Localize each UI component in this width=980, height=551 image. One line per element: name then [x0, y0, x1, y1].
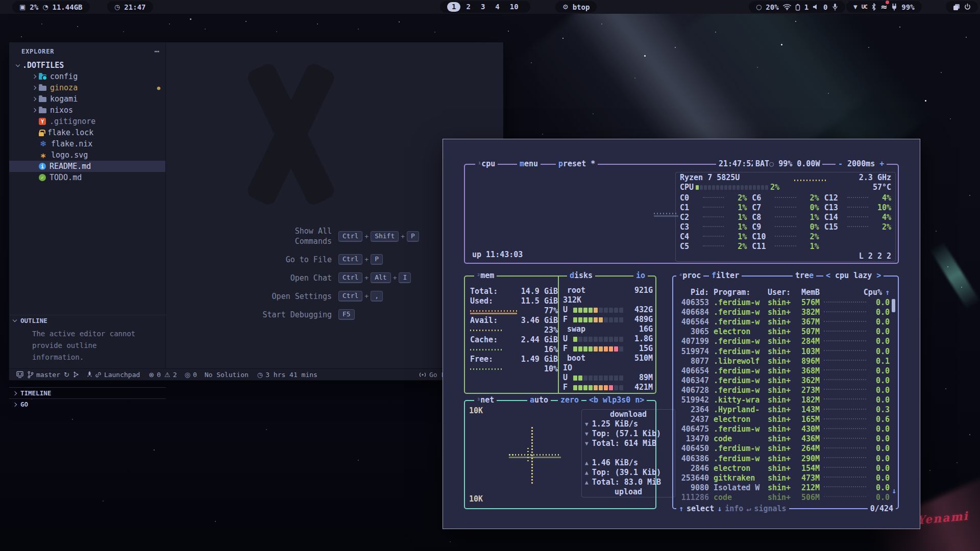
git-graph-icon[interactable]	[73, 371, 79, 378]
workspace-button[interactable]: 3	[476, 2, 489, 12]
file-row[interactable]: ginoza ●	[9, 82, 165, 93]
file-row[interactable]: README.md	[9, 161, 165, 172]
mem-box-title[interactable]: ²mem	[474, 271, 497, 281]
process-row[interactable]: 407199 .ferdium-w shin+ 284M 0.0	[677, 337, 890, 346]
process-row[interactable]: 406450 .ferdium-w shin+ 264M 0.0	[677, 444, 890, 454]
process-row[interactable]: 3065 electron shin+ 507M 0.0	[677, 327, 890, 337]
process-row[interactable]: 13470 code shin+ 436M 0.0	[677, 434, 890, 444]
process-row[interactable]: 2364 .Hyprland- shin+ 143M 0.3	[677, 405, 890, 415]
uc-tray-icon[interactable]: UC	[862, 4, 867, 10]
net-zero-button[interactable]: zero	[558, 395, 581, 405]
file-row[interactable]: config	[9, 71, 165, 82]
file-name: flake.nix	[51, 139, 92, 148]
proc-box-title[interactable]: ⁴proc	[676, 271, 703, 281]
brightness-icon[interactable]: ○	[756, 3, 762, 11]
proc-tree-button[interactable]: tree	[793, 271, 816, 281]
proc-scrollbar[interactable]	[892, 299, 895, 312]
info-key[interactable]: info	[725, 504, 743, 514]
update-interval[interactable]: - 2000ms +	[836, 159, 887, 169]
process-row[interactable]: 111286 code shin+ 506M 0.0	[677, 493, 890, 503]
section-timeline[interactable]: TIMELINE	[9, 387, 166, 398]
ports-indicator[interactable]: ◎0	[185, 371, 197, 379]
file-row[interactable]: flake.lock	[9, 127, 165, 138]
menu-button[interactable]: menu	[517, 159, 541, 169]
tree-root[interactable]: .DOTFILES	[9, 60, 165, 71]
process-row[interactable]: 9080 Isolated W shin+ 212M 0.0	[677, 483, 890, 493]
process-row[interactable]: 406564 .ferdium-w shin+ 367M 0.0	[677, 317, 890, 327]
battery-level: 99%	[901, 3, 914, 11]
key: I	[399, 272, 411, 283]
process-row[interactable]: 406347 .ferdium-w shin+ 362M 0.0	[677, 376, 890, 386]
process-row[interactable]: 406353 .ferdium-w shin+ 576M 0.0	[677, 298, 890, 308]
file-row[interactable]: flake.nix	[9, 138, 165, 149]
process-row[interactable]: 253640 gitkraken shin+ 473M 0.0	[677, 473, 890, 483]
solution-indicator[interactable]: No Solution	[205, 371, 249, 379]
workspace-button[interactable]: 10	[505, 2, 523, 12]
time-tracker[interactable]: ◷3 hrs 41 mins	[257, 371, 317, 379]
process-row[interactable]: 406475 .ferdium-w shin+ 430M 0.0	[677, 424, 890, 434]
file-icon	[39, 108, 46, 113]
microphone-icon[interactable]	[832, 3, 838, 11]
explorer-actions-icon[interactable]: ⋯	[154, 46, 159, 56]
core-row: C62%	[752, 193, 819, 203]
process-row[interactable]: 519974 .ferdium-w shin+ 103M 0.0	[677, 346, 890, 356]
section-outline[interactable]: OUTLINE	[9, 315, 166, 326]
file-row[interactable]: TODO.md	[9, 172, 165, 183]
sync-icon[interactable]: ↻	[64, 371, 69, 379]
io-title[interactable]: io	[633, 271, 648, 281]
file-row[interactable]: nixos	[9, 105, 165, 116]
modified-badge: ●	[157, 85, 160, 91]
process-row[interactable]: 8077 .librewolf shin+ 896M 0.1	[677, 357, 890, 366]
rocket-icon	[87, 371, 92, 378]
core-grid: C02% C11% C21% C31% C41% C52% C62% C70%	[680, 193, 891, 252]
process-row[interactable]: 406728 .ferdium-w shin+ 273M 0.0	[677, 386, 890, 395]
git-branch[interactable]: master	[27, 371, 60, 379]
sort-arrow-icon[interactable]: ↑	[885, 288, 890, 297]
memory-stats: Total:14.9 GiB Used:11.5 GiB 77% Avail:3…	[470, 287, 558, 374]
disks-stats: root921G 312K U432G F489G swap16G U1.8G …	[563, 286, 653, 392]
process-row[interactable]: 406654 .ferdium-w shin+ 368M 0.0	[677, 366, 890, 376]
ram-usage: 11.44GB	[53, 3, 83, 11]
process-row[interactable]: 406386 .ferdium-w shin+ 290M 0.0	[677, 454, 890, 464]
wifi-icon[interactable]	[783, 4, 791, 10]
disks-title[interactable]: disks	[567, 271, 595, 281]
speaker-icon[interactable]	[813, 4, 819, 10]
preset-button[interactable]: preset *	[556, 159, 598, 169]
proc-filter-button[interactable]: filter	[709, 271, 742, 281]
core-row: C11%	[680, 203, 747, 213]
select-key[interactable]: select	[687, 504, 714, 514]
process-row[interactable]: 2846 electron shin+ 154M 0.0	[677, 464, 890, 473]
section-go[interactable]: GO	[9, 398, 166, 410]
core-row: C124%	[824, 193, 891, 203]
network-tray-icon[interactable]: ▼	[853, 4, 857, 10]
problems-errors[interactable]: ⊗0	[149, 371, 161, 379]
notification-tray-icon[interactable]: ≈	[880, 2, 887, 12]
file-row[interactable]: logo.svg	[9, 149, 165, 161]
process-row[interactable]: 519942 .kitty-wra shin+ 182M 0.0	[677, 395, 890, 405]
net-auto-button[interactable]: auto	[527, 395, 551, 405]
workspace-button[interactable]: 2	[461, 2, 475, 12]
problems-warnings[interactable]: ⚠2	[164, 371, 177, 379]
file-name: README.md	[50, 162, 91, 171]
process-row[interactable]: 2437 electron shin+ 165M 0.6	[677, 415, 890, 424]
launchpad-item[interactable]: Launchpad	[87, 371, 140, 379]
file-row[interactable]: .gitignore	[9, 116, 165, 127]
proc-sort-control[interactable]: < cpu lazy >	[823, 271, 884, 281]
net-box-title[interactable]: ³net	[474, 395, 497, 406]
net-interface[interactable]: <b wlp3s0 n>	[586, 395, 647, 405]
session-group	[946, 1, 978, 13]
power-icon[interactable]	[964, 4, 971, 10]
key: P	[407, 231, 419, 242]
bluetooth-icon[interactable]	[871, 3, 876, 11]
scroll-down-icon[interactable]: ↓	[892, 486, 896, 496]
file-row[interactable]: kogami	[9, 93, 165, 105]
workspace-button[interactable]: 4	[491, 2, 504, 12]
top-bar: ▣ 2% ◔ 11.44GB ◷ 21:47 1 2 3 4 10 ⚙ btop	[0, 0, 980, 14]
clipboard-icon[interactable]	[953, 4, 960, 11]
signals-key[interactable]: signals	[754, 504, 786, 514]
workspace-button[interactable]: 1	[447, 2, 460, 12]
process-row[interactable]: 406684 .ferdium-w shin+ 382M 0.0	[677, 308, 890, 317]
cpu-box-title[interactable]: ¹cpu	[475, 159, 498, 169]
mem-row: Avail:3.46 GiB 23%	[470, 316, 558, 335]
remote-indicator[interactable]	[16, 371, 23, 378]
